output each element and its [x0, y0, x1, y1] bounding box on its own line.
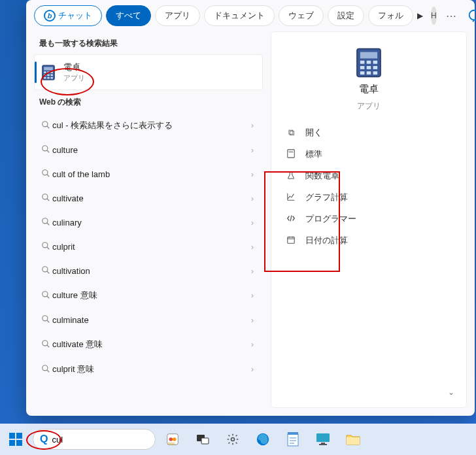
taskbar-icon-copilot[interactable]: PRE — [160, 426, 186, 452]
bing-icon: b — [44, 10, 56, 22]
taskbar-icon-edge[interactable] — [250, 426, 276, 452]
svg-rect-6 — [44, 74, 46, 76]
web-result[interactable]: culprit › — [34, 235, 263, 259]
svg-point-28 — [42, 316, 48, 321]
action-label: 標準 — [305, 149, 322, 160]
calendar-icon — [286, 235, 296, 246]
results-column: 最も一致する検索結果 電卓 アプリ Web の検索 cul - 検索結果をさらに… — [34, 31, 263, 408]
web-results-list: cul - 検索結果をさらに表示する › culture › cult of t… — [34, 113, 263, 382]
svg-point-0 — [469, 10, 476, 20]
svg-line-27 — [47, 295, 50, 298]
chevron-right-icon: › — [247, 194, 258, 203]
taskbar-icon-explorer[interactable] — [340, 426, 366, 452]
search-icon — [39, 169, 52, 180]
svg-rect-45 — [288, 150, 295, 158]
tab-apps[interactable]: アプリ — [155, 5, 200, 26]
preview-action[interactable]: 標準 — [274, 144, 464, 165]
tab-documents[interactable]: ドキュメント — [204, 5, 275, 26]
search-input[interactable] — [52, 435, 162, 445]
best-match-header: 最も一致する検索結果 — [34, 31, 263, 54]
svg-line-17 — [47, 175, 50, 177]
calc-icon — [286, 149, 296, 160]
code-icon — [286, 214, 296, 225]
svg-rect-4 — [47, 71, 49, 73]
web-result[interactable]: culture 意味 › — [34, 283, 263, 308]
svg-rect-9 — [44, 76, 46, 78]
account-button[interactable]: H — [431, 7, 437, 25]
preview-action[interactable]: プログラマー — [274, 209, 464, 230]
search-icon — [39, 193, 52, 204]
web-result[interactable]: cultivation › — [34, 259, 263, 283]
web-result[interactable]: culprit 意味 › — [34, 357, 263, 382]
search-icon — [39, 364, 52, 375]
svg-rect-36 — [360, 61, 365, 64]
taskbar-search[interactable]: Q — [33, 429, 156, 450]
svg-rect-40 — [367, 66, 371, 69]
web-result[interactable]: cultivate 意味 › — [34, 332, 263, 357]
tab-settings[interactable]: 設定 — [328, 5, 364, 26]
svg-point-22 — [42, 243, 48, 248]
svg-rect-37 — [367, 61, 371, 64]
svg-point-24 — [42, 267, 48, 272]
web-result-label: cultivate 意味 — [52, 339, 247, 350]
svg-rect-11 — [50, 76, 52, 78]
web-result[interactable]: culminate › — [34, 308, 263, 332]
svg-rect-48 — [288, 237, 295, 244]
preview-action[interactable]: 関数電卓 — [274, 165, 464, 187]
svg-line-21 — [47, 223, 50, 226]
tab-all[interactable]: すべて — [106, 5, 151, 26]
svg-point-26 — [42, 291, 48, 296]
open-icon: ⧉ — [286, 128, 296, 138]
svg-rect-39 — [360, 66, 365, 69]
chevron-right-icon: › — [247, 121, 258, 130]
svg-rect-72 — [347, 437, 360, 445]
web-result-label: cultivation — [52, 266, 247, 276]
tab-folders[interactable]: フォル — [368, 5, 413, 26]
expand-button[interactable]: ⌄ — [439, 385, 464, 399]
chevron-right-icon: › — [247, 316, 258, 325]
search-icon — [39, 120, 52, 131]
web-result[interactable]: cul - 検索結果をさらに表示する › — [34, 113, 263, 138]
svg-rect-7 — [47, 74, 49, 76]
svg-line-19 — [47, 199, 50, 201]
web-result[interactable]: cultivate › — [34, 186, 263, 211]
taskbar-icon-taskview[interactable] — [190, 426, 216, 452]
preview-action[interactable]: グラフ計算 — [274, 187, 464, 209]
svg-rect-69 — [316, 433, 330, 442]
svg-point-18 — [42, 194, 48, 199]
taskbar: Q PRE — [0, 424, 476, 455]
chevron-right-icon: › — [247, 340, 258, 349]
search-icon — [39, 144, 52, 156]
chevron-right-icon: › — [247, 267, 258, 276]
web-result-label: culprit 意味 — [52, 363, 247, 375]
preview-action[interactable]: 日付の計算 — [274, 230, 464, 252]
svg-line-25 — [47, 271, 50, 274]
chevron-right-icon: › — [247, 218, 258, 228]
search-icon — [39, 217, 52, 228]
web-result-label: culprit — [52, 242, 247, 252]
taskbar-icon-notepad[interactable] — [280, 426, 306, 452]
best-match-result[interactable]: 電卓 アプリ — [34, 54, 263, 90]
svg-rect-54 — [9, 440, 15, 446]
web-result[interactable]: cult of the lamb › — [34, 162, 263, 186]
web-result[interactable]: culinary › — [34, 211, 263, 235]
preview-panel: 電卓 アプリ ⧉ 開く 標準 関数電卓 グラフ計算 プログラマー 日付の計算 ⌄ — [271, 31, 467, 408]
more-button[interactable]: ⋯ — [441, 10, 463, 22]
web-search-header: Web の検索 — [34, 90, 263, 113]
preview-title: 電卓 — [359, 83, 379, 95]
tabs-scroll-right[interactable]: ▶ — [417, 11, 423, 20]
search-icon — [39, 241, 52, 252]
web-result[interactable]: culture › — [34, 138, 263, 162]
bing-chat-button[interactable] — [467, 7, 476, 25]
start-button[interactable] — [3, 426, 29, 452]
calculator-icon — [356, 48, 382, 78]
action-label: プログラマー — [305, 214, 356, 225]
open-action[interactable]: ⧉ 開く — [274, 122, 464, 144]
main-content: 最も一致する検索結果 電卓 アプリ Web の検索 cul - 検索結果をさらに… — [26, 31, 475, 416]
svg-rect-65 — [288, 432, 298, 435]
open-label: 開く — [305, 127, 322, 139]
taskbar-icon-settings[interactable] — [220, 426, 246, 452]
tab-chat[interactable]: b チャット — [34, 5, 102, 26]
tab-web[interactable]: ウェブ — [279, 5, 324, 26]
taskbar-icon-monitor[interactable] — [310, 426, 336, 452]
